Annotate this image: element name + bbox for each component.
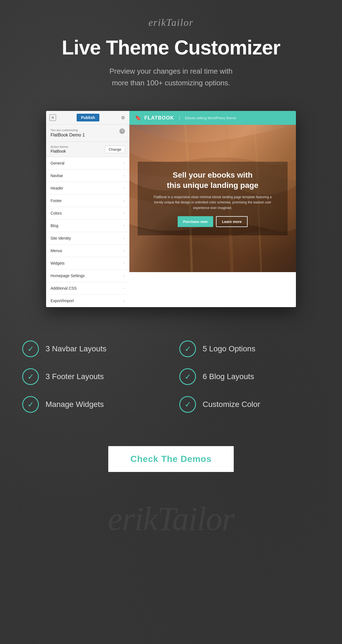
chevron-right-icon: ›	[124, 224, 125, 228]
menu-item-colors[interactable]: Colors ›	[46, 207, 129, 220]
features-section: ✓ 3 Navbar Layouts ✓ 5 Logo Options ✓ 3 …	[0, 324, 342, 429]
menu-item-homepage-settings[interactable]: Homepage Settings ›	[46, 270, 129, 282]
check-icon: ✓	[22, 340, 39, 357]
customizing-info: You are customizing FlatBook Demo 1 ?	[46, 125, 129, 142]
menu-item-navbar[interactable]: Navbar ›	[46, 170, 129, 182]
hero-buttons: Purchase now Learn more	[149, 216, 276, 227]
menu-item-widgets[interactable]: Widgets ›	[46, 257, 129, 270]
feature-label: 6 Blog Layouts	[203, 372, 254, 381]
watermark: erikTailor	[0, 494, 342, 544]
preview-navbar: 🔖 FLATBOOK | Ebook selling WordPress the…	[129, 111, 296, 125]
panel-top-bar: × Publish ⚙	[46, 111, 129, 125]
active-theme-section: Active theme FlatBook Change	[46, 142, 129, 157]
preview-panel: 🔖 FLATBOOK | Ebook selling WordPress the…	[129, 111, 296, 307]
chevron-right-icon: ›	[124, 286, 125, 290]
menu-item-export-import[interactable]: Export/Import ›	[46, 295, 129, 307]
feature-label: 3 Footer Layouts	[46, 372, 104, 381]
hero-content-box: Sell your ebooks with this unique landin…	[138, 162, 288, 235]
chevron-right-icon: ›	[124, 299, 125, 303]
menu-item-blog[interactable]: Blog ›	[46, 220, 129, 232]
preview-separator: |	[179, 116, 180, 120]
customizer-menu: General › Navbar › Header › Footer › Col…	[46, 157, 129, 307]
check-icon: ✓	[22, 368, 39, 385]
menu-item-site-identity[interactable]: Site Identity ›	[46, 232, 129, 245]
menu-item-footer[interactable]: Footer ›	[46, 195, 129, 207]
preview-logo-icon: 🔖	[135, 115, 141, 121]
feature-label: 3 Navbar Layouts	[46, 344, 106, 353]
help-icon[interactable]: ?	[119, 128, 125, 134]
hero-description: FlatBook is a responsive clean minimal e…	[149, 195, 276, 211]
feature-item: ✓ Manage Widgets	[22, 396, 163, 413]
chevron-right-icon: ›	[124, 174, 125, 178]
page-title: Live Theme Customizer	[6, 37, 336, 59]
chevron-right-icon: ›	[124, 199, 125, 203]
customizing-label: You are customizing	[51, 128, 85, 132]
menu-item-general[interactable]: General ›	[46, 157, 129, 170]
check-icon: ✓	[179, 368, 196, 385]
hero-title: Sell your ebooks with this unique landin…	[149, 170, 276, 190]
feature-item: ✓ Customize Color	[179, 396, 320, 413]
feature-item: ✓ 5 Logo Options	[179, 340, 320, 357]
customizing-demo: FlatBook Demo 1	[51, 133, 85, 138]
brand-logo-text: erikTailor	[149, 17, 194, 28]
features-grid: ✓ 3 Navbar Layouts ✓ 5 Logo Options ✓ 3 …	[22, 340, 320, 413]
chevron-right-icon: ›	[124, 249, 125, 253]
brand-logo: erikTailor	[6, 17, 336, 28]
preview-tagline: Ebook selling WordPress theme	[185, 116, 236, 120]
feature-label: 5 Logo Options	[203, 344, 255, 353]
chevron-right-icon: ›	[124, 211, 125, 215]
feature-item: ✓ 6 Blog Layouts	[179, 368, 320, 385]
menu-item-header[interactable]: Header ›	[46, 182, 129, 195]
change-theme-button[interactable]: Change	[105, 146, 125, 153]
check-demos-button[interactable]: Check The Demos	[108, 446, 234, 472]
menu-item-additional-css[interactable]: Additional CSS ›	[46, 282, 129, 295]
chevron-right-icon: ›	[124, 161, 125, 165]
feature-label: Manage Widgets	[46, 400, 104, 409]
feature-item: ✓ 3 Footer Layouts	[22, 368, 163, 385]
gear-button[interactable]: ⚙	[120, 114, 126, 121]
customizer-container: × Publish ⚙ You are customizing FlatBook…	[46, 111, 296, 307]
page-wrapper: erikTailor Live Theme Customizer Preview…	[0, 0, 342, 544]
chevron-right-icon: ›	[124, 261, 125, 265]
publish-button[interactable]: Publish	[77, 114, 100, 121]
active-theme-name: FlatBook	[51, 149, 68, 153]
page-subtitle: Preview your changes in real time with m…	[74, 66, 268, 89]
chevron-right-icon: ›	[124, 236, 125, 240]
preview-hero-content: Sell your ebooks with this unique landin…	[138, 162, 288, 235]
preview-hero: Sell your ebooks with this unique landin…	[129, 125, 296, 272]
purchase-button[interactable]: Purchase now	[178, 216, 213, 227]
watermark-text: erikTailor	[108, 500, 234, 537]
feature-item: ✓ 3 Navbar Layouts	[22, 340, 163, 357]
learn-more-button[interactable]: Learn more	[216, 216, 248, 227]
customizer-section: × Publish ⚙ You are customizing FlatBook…	[0, 100, 342, 324]
menu-item-menus[interactable]: Menus ›	[46, 245, 129, 257]
feature-label: Customize Color	[203, 400, 260, 409]
check-icon: ✓	[179, 396, 196, 413]
check-icon: ✓	[22, 396, 39, 413]
active-theme-label: Active theme	[51, 145, 68, 148]
cta-section: Check The Demos	[0, 429, 342, 494]
close-button[interactable]: ×	[49, 114, 56, 121]
preview-logo-text: FLATBOOK	[144, 115, 174, 121]
check-icon: ✓	[179, 340, 196, 357]
chevron-right-icon: ›	[124, 186, 125, 190]
chevron-right-icon: ›	[124, 274, 125, 278]
header-section: erikTailor Live Theme Customizer Preview…	[0, 0, 342, 100]
customizer-panel: × Publish ⚙ You are customizing FlatBook…	[46, 111, 129, 307]
